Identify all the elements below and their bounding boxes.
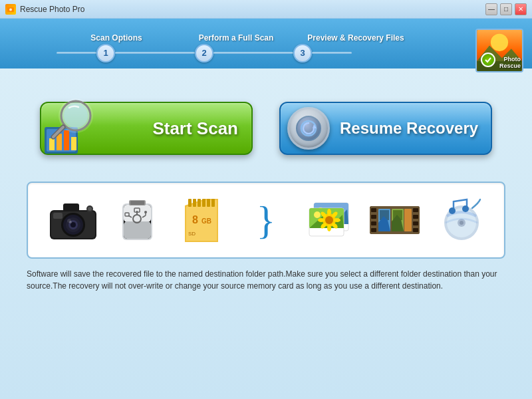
description-paragraph: Software will save the recovered file to… xyxy=(27,268,505,292)
svg-text:8: 8 xyxy=(192,214,198,225)
start-scan-label: Start Scan xyxy=(152,118,238,139)
step3-circle: 3 xyxy=(293,44,312,63)
buttons-row: Start Scan Resume Recovery xyxy=(27,102,505,155)
resume-recovery-label: Resume Recovery xyxy=(340,119,478,138)
svg-rect-11 xyxy=(71,137,76,150)
steps-labels: Scan Options Perform a Full Scan Preview… xyxy=(63,33,409,43)
svg-rect-28 xyxy=(53,213,63,219)
steps-track: 1 2 3 xyxy=(57,44,416,63)
svg-point-3 xyxy=(491,33,508,51)
svg-rect-52 xyxy=(207,199,210,207)
svg-rect-79 xyxy=(371,221,376,225)
svg-rect-84 xyxy=(413,228,418,232)
camera-icon-item xyxy=(43,194,103,247)
step2-label: Perform a Full Scan xyxy=(183,33,289,43)
svg-point-69 xyxy=(334,218,340,222)
svg-point-71 xyxy=(327,225,331,231)
svg-point-1 xyxy=(9,8,12,11)
svg-point-97 xyxy=(462,205,469,212)
photos-icon-item xyxy=(301,194,360,247)
scan-icon-svg xyxy=(35,90,108,164)
start-scan-button[interactable]: Start Scan xyxy=(40,102,253,155)
maximize-button[interactable]: □ xyxy=(500,3,512,15)
window-controls: — □ ✕ xyxy=(485,3,527,15)
titlebar: Rescue Photo Pro — □ ✕ xyxy=(0,0,532,19)
track-line-3 xyxy=(213,52,293,54)
svg-rect-45 xyxy=(130,201,144,205)
svg-rect-83 xyxy=(413,221,418,225)
camera-svg xyxy=(47,197,100,243)
logo-box: PhotoRescue xyxy=(475,29,523,72)
svg-rect-51 xyxy=(202,199,205,207)
svg-rect-27 xyxy=(63,203,79,211)
step2-circle: 2 xyxy=(195,44,213,63)
step1-label: Scan Options xyxy=(63,33,170,43)
logo-text: PhotoRescue xyxy=(499,57,521,70)
svg-rect-8 xyxy=(49,138,55,150)
recovery-clock-icon xyxy=(299,119,318,138)
svg-rect-9 xyxy=(57,134,62,150)
sd-svg: 8 GB SD xyxy=(182,196,221,245)
track-line-1 xyxy=(57,52,96,54)
svg-rect-82 xyxy=(413,215,418,219)
icons-showcase: 8 GB SD } xyxy=(27,182,505,259)
svg-rect-10 xyxy=(64,130,69,150)
svg-rect-78 xyxy=(371,215,376,219)
usb-svg xyxy=(116,194,159,247)
svg-rect-49 xyxy=(193,199,196,207)
bracket-arrow-icon-item: } xyxy=(236,194,296,247)
svg-point-31 xyxy=(67,219,71,223)
svg-rect-48 xyxy=(188,199,192,207)
svg-point-96 xyxy=(449,207,456,214)
svg-text:GB: GB xyxy=(201,217,211,225)
svg-rect-50 xyxy=(198,199,201,207)
svg-point-95 xyxy=(460,221,464,225)
resume-recovery-button[interactable]: Resume Recovery xyxy=(279,102,492,155)
scan-icon xyxy=(35,90,101,157)
svg-text:SD: SD xyxy=(188,231,196,237)
svg-point-30 xyxy=(88,207,92,211)
music-icon-item xyxy=(429,194,489,247)
recovery-inner-circle xyxy=(296,116,321,141)
track-line-4 xyxy=(312,52,352,54)
steps-container: Scan Options Perform a Full Scan Preview… xyxy=(0,24,472,68)
film-icon-item xyxy=(364,194,424,247)
svg-rect-89 xyxy=(404,209,412,231)
main-content: Start Scan Resume Recovery xyxy=(0,68,532,399)
logo-green-circle xyxy=(481,53,495,67)
description-text: Software will save the recovered file to… xyxy=(27,268,505,292)
bracket-symbol: } xyxy=(257,198,276,243)
app-title: Rescue Photo Pro xyxy=(20,5,485,14)
step1-circle: 1 xyxy=(96,44,115,63)
photos-svg xyxy=(304,196,357,244)
logo-area: PhotoRescue xyxy=(472,24,532,74)
svg-point-67 xyxy=(327,209,331,215)
track-line-2 xyxy=(115,52,195,54)
music-svg xyxy=(434,196,483,244)
svg-point-73 xyxy=(318,218,325,222)
navbar: Scan Options Perform a Full Scan Preview… xyxy=(0,19,532,68)
recovery-icon xyxy=(287,107,330,150)
usb-drive-icon-item xyxy=(108,194,168,247)
svg-rect-53 xyxy=(211,199,215,207)
sd-card-icon-item: 8 GB SD xyxy=(172,194,231,247)
svg-rect-80 xyxy=(371,228,376,232)
app-icon xyxy=(5,4,16,15)
logo-check-icon xyxy=(484,56,492,64)
svg-point-64 xyxy=(314,211,321,218)
minimize-button[interactable]: — xyxy=(485,3,497,15)
film-svg xyxy=(366,196,423,244)
svg-rect-81 xyxy=(413,208,418,212)
step3-label: Preview & Recovery Files xyxy=(303,33,409,43)
svg-point-43 xyxy=(144,211,147,213)
svg-rect-35 xyxy=(124,221,151,239)
svg-point-14 xyxy=(64,104,88,128)
svg-point-66 xyxy=(325,216,333,224)
svg-rect-77 xyxy=(371,208,376,212)
close-button[interactable]: ✕ xyxy=(515,3,527,15)
